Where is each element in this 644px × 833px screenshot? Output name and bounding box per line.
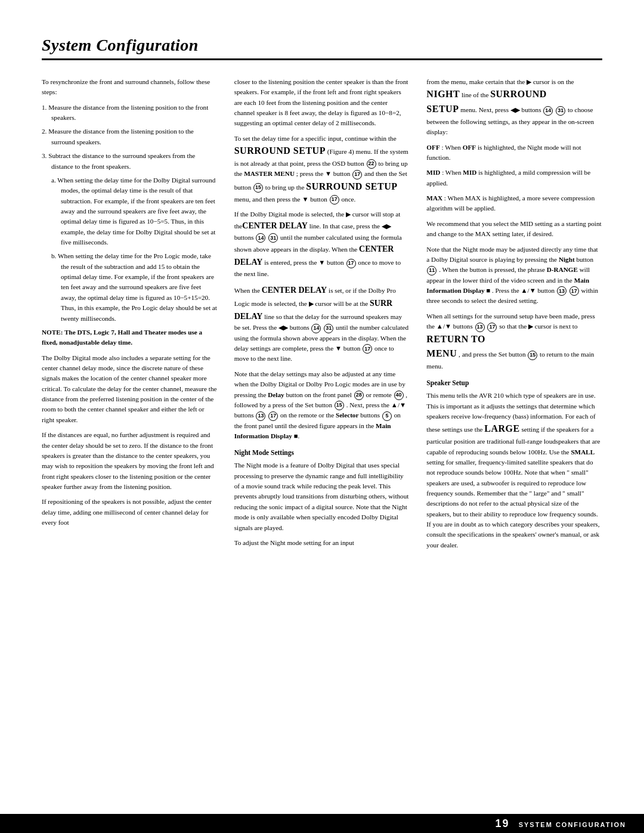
- btn-17d: 17: [363, 344, 372, 354]
- btn-31c: 31: [556, 106, 565, 116]
- setup-label3: SETUP: [426, 104, 459, 114]
- column-2: closer to the listening position the cen…: [234, 77, 410, 555]
- btn-13c: 13: [475, 323, 485, 332]
- btn-15c: 15: [528, 351, 537, 360]
- btn-40: 40: [394, 391, 404, 400]
- speaker-setup-heading: Speaker Setup: [426, 378, 602, 389]
- off-setting: OFF : When OFF is highlighted, the Night…: [426, 143, 602, 163]
- master-menu-label: MASTER MENU: [244, 170, 295, 177]
- btn-31a: 31: [268, 233, 278, 243]
- btn-15a: 15: [253, 183, 263, 193]
- btn-14b: 14: [311, 324, 321, 333]
- display-label2: Display: [463, 287, 485, 294]
- col2-center-delay-para: If the Dolby Digital mode is selected, t…: [234, 209, 410, 279]
- btn-17e: 17: [268, 411, 278, 421]
- btn-31b: 31: [324, 324, 333, 333]
- off-label2: OFF: [463, 144, 476, 151]
- page: System Configuration To resynchronize th…: [0, 0, 644, 833]
- btn-17b: 17: [330, 195, 339, 205]
- col1-p1: The Dolby Digital mode also includes a s…: [42, 353, 218, 426]
- mid-label: MID: [426, 169, 440, 176]
- night-p2: To adjust the Night mode setting for an …: [234, 538, 410, 548]
- btn-14a: 14: [256, 233, 265, 243]
- btn-5: 5: [382, 411, 392, 421]
- btn-17a: 17: [352, 170, 362, 179]
- col2-surr-delay-para: When the CENTER DELAY is set, or if the …: [234, 284, 410, 364]
- small-setting-label: SMALL: [571, 448, 595, 456]
- night-large-label: NIGHT: [426, 89, 460, 99]
- btn-17g: 17: [487, 323, 497, 332]
- col3-p1: from the menu, make certain that the ▶ c…: [426, 77, 602, 138]
- surround-setup-label2: SURROUND SETUP: [306, 181, 397, 191]
- btn-15b: 15: [335, 401, 344, 410]
- center-delay-label3: CENTER DELAY: [262, 286, 327, 295]
- footer-page-number: 19: [496, 817, 510, 829]
- btn-17c: 17: [346, 259, 356, 268]
- d-range-label: D-RANGE: [547, 266, 578, 273]
- night-bold-label: Night: [559, 256, 575, 263]
- col3-recommend: We recommend that you select the MID set…: [426, 219, 602, 240]
- step-1: 1. Measure the distance from the listeni…: [42, 103, 218, 123]
- delay-label: Delay: [268, 391, 284, 398]
- col1-p3: If repositioning of the speakers is not …: [42, 497, 218, 528]
- center-delay-label: CENTER DELAY: [242, 221, 308, 230]
- night-mode-heading: Night Mode Settings: [234, 448, 410, 459]
- menu-large-label: MENU: [426, 348, 457, 358]
- col1-note: NOTE: The DTS, Logic 7, Hall and Theater…: [42, 327, 218, 348]
- col2-p1: closer to the listening position the cen…: [234, 77, 410, 129]
- btn-22: 22: [367, 159, 376, 169]
- mid-setting: MID : When MID is highlighted, a mild co…: [426, 168, 602, 188]
- btn-14c: 14: [543, 106, 553, 116]
- display-label: Display: [271, 432, 292, 439]
- page-title: System Configuration: [42, 36, 602, 60]
- btn-13a: 13: [256, 411, 265, 421]
- large-setting-label: LARGE: [484, 423, 519, 433]
- col2-setup-para: To set the delay time for a specific inp…: [234, 134, 410, 205]
- column-3: from the menu, make certain that the ▶ c…: [426, 77, 602, 555]
- sub-a: a. When setting the delay time for the D…: [42, 175, 218, 248]
- night-p1: The Night mode is a feature of Dolby Dig…: [234, 460, 410, 533]
- step-3: 3. Subtract the distance to the surround…: [42, 151, 218, 172]
- off-label: OFF: [426, 144, 439, 151]
- btn-13b: 13: [557, 286, 566, 296]
- sub-b: b. When setting the delay time for the P…: [42, 251, 218, 324]
- column-1: To resynchronize the front and surround …: [42, 77, 218, 555]
- col1-intro: To resynchronize the front and surround …: [42, 77, 218, 98]
- selector-label: Selector: [336, 411, 359, 419]
- speaker-para: This menu tells the AVR 210 which type o…: [426, 391, 602, 550]
- surround-label3: SURROUND: [490, 89, 547, 99]
- footer-bar: 19 System Configuration: [0, 814, 644, 833]
- footer-label: System Configuration: [519, 821, 626, 828]
- col1-p2: If the distances are equal, no further a…: [42, 430, 218, 492]
- btn-11: 11: [427, 266, 436, 275]
- max-label: MAX: [426, 194, 442, 202]
- col3-note: Note that the Night mode may be adjusted…: [426, 244, 602, 306]
- col2-delay-note: Note that the delay settings may also be…: [234, 369, 410, 442]
- btn-17f: 17: [569, 286, 579, 296]
- col3-all: When all settings for the surround setup…: [426, 311, 602, 372]
- return-to-label: RETURN TO: [426, 334, 485, 344]
- mid-label2: MID: [463, 169, 476, 176]
- content-columns: To resynchronize the front and surround …: [42, 77, 602, 555]
- btn-28: 28: [354, 391, 364, 400]
- step-2: 2. Measure the distance from the listeni…: [42, 126, 218, 147]
- max-setting: MAX : When MAX is highlighted, a more se…: [426, 193, 602, 214]
